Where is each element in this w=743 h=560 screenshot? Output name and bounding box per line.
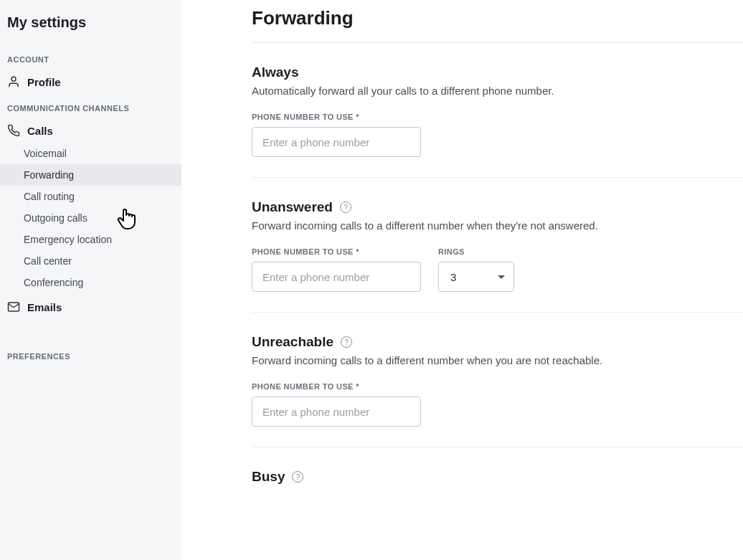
sidebar-group-label-account: ACCOUNT [0, 45, 181, 70]
section-desc-always: Automatically forward all your calls to … [252, 85, 743, 97]
sidebar-subitem-conferencing[interactable]: Conferencing [0, 272, 181, 293]
sidebar-item-profile[interactable]: Profile [0, 70, 181, 94]
phone-input-unanswered[interactable] [252, 262, 421, 292]
sidebar-group-label-preferences: PREFERENCES [0, 342, 181, 366]
section-always: Always Automatically forward all your ca… [252, 43, 743, 178]
main-content: Forwarding Always Automatically forward … [181, 0, 743, 560]
section-title-always: Always [252, 65, 298, 80]
section-title-busy: Busy [252, 469, 285, 485]
help-icon[interactable]: ? [340, 201, 351, 213]
sidebar-subitem-outgoing-calls[interactable]: Outgoing calls [0, 207, 181, 229]
sidebar-item-emails[interactable]: Emails [0, 295, 181, 319]
rings-select[interactable]: 3 [438, 262, 514, 292]
section-title-unanswered: Unanswered [252, 199, 333, 215]
field-label-phone-unreachable: PHONE NUMBER TO USE * [252, 382, 743, 391]
sidebar-subitem-call-routing[interactable]: Call routing [0, 186, 181, 207]
phone-input-always[interactable] [252, 127, 421, 157]
sidebar-subitem-call-center[interactable]: Call center [0, 250, 181, 272]
section-unreachable: Unreachable ? Forward incoming calls to … [252, 313, 743, 447]
sidebar-subitem-forwarding[interactable]: Forwarding [0, 164, 181, 186]
mail-icon [7, 300, 20, 313]
field-label-phone-unanswered: PHONE NUMBER TO USE * [252, 247, 421, 256]
help-icon[interactable]: ? [292, 471, 303, 483]
phone-icon [7, 124, 20, 137]
user-icon [7, 75, 20, 88]
sidebar-item-label: Calls [27, 125, 53, 137]
section-desc-unreachable: Forward incoming calls to a different nu… [252, 354, 743, 366]
help-icon[interactable]: ? [341, 336, 352, 348]
sidebar-group-label-communication: COMMUNICATION CHANNELS [0, 94, 181, 118]
section-desc-unanswered: Forward incoming calls to a different nu… [252, 219, 743, 232]
sidebar-item-label: Emails [27, 301, 62, 313]
sidebar-subitem-emergency-location[interactable]: Emergency location [0, 229, 181, 250]
section-busy: Busy ? [252, 447, 743, 485]
field-label-rings: RINGS [438, 247, 514, 256]
page-title: Forwarding [252, 7, 743, 43]
sidebar-subitem-voicemail[interactable]: Voicemail [0, 143, 181, 164]
field-label-phone-always: PHONE NUMBER TO USE * [252, 113, 743, 121]
section-title-unreachable: Unreachable [252, 334, 333, 350]
rings-value: 3 [450, 271, 456, 283]
sidebar-item-calls[interactable]: Calls [0, 118, 181, 143]
section-unanswered: Unanswered ? Forward incoming calls to a… [252, 178, 743, 313]
phone-input-unreachable[interactable] [252, 397, 421, 427]
svg-point-0 [11, 77, 16, 81]
sidebar: My settings ACCOUNT Profile COMMUNICATIO… [0, 0, 181, 560]
chevron-down-icon [498, 275, 505, 279]
sidebar-item-label: Profile [27, 76, 61, 88]
sidebar-title: My settings [0, 7, 181, 45]
